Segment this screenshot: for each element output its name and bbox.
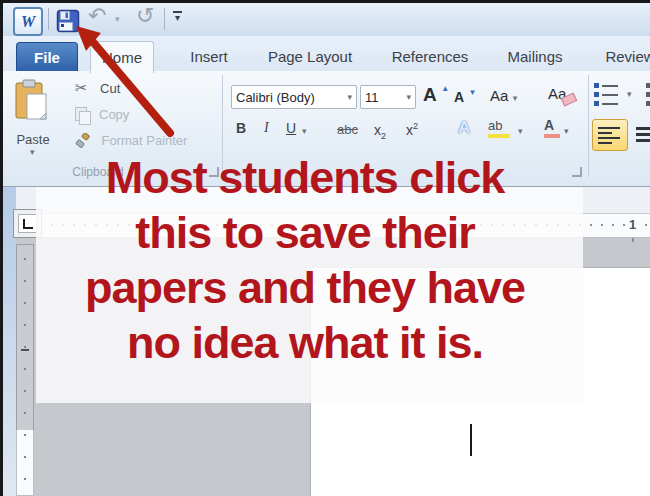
ribbon-tab-row: File Home Insert Page Layout References …: [3, 36, 650, 71]
bullets-icon: [594, 101, 618, 106]
screenshot-border: [0, 0, 3, 496]
undo-dropdown-icon[interactable]: ▾: [115, 14, 120, 24]
font-color-bar: [544, 134, 560, 138]
align-center-icon: [636, 139, 650, 142]
numbering-icon: [646, 92, 650, 97]
arrow-up-icon: ▲: [441, 84, 449, 93]
ruler-ticks: [24, 258, 26, 490]
superscript-x: x: [406, 122, 413, 138]
tab-label: Insert: [190, 48, 228, 65]
font-size-combobox[interactable]: 11 ▾: [360, 85, 416, 109]
shrink-font-button[interactable]: A ▼: [454, 88, 477, 106]
annotation-line: Most students click: [106, 152, 505, 204]
text-effects-button[interactable]: A: [458, 118, 470, 138]
ruler-dash: [21, 349, 29, 351]
tab-selector-inner: [18, 214, 37, 233]
bullets-icon: [594, 83, 618, 88]
redo-button[interactable]: ↺: [136, 5, 154, 27]
font-name-value: Calibri (Body): [236, 90, 315, 105]
tab-review[interactable]: Review: [590, 42, 650, 71]
cut-button[interactable]: ✂ Cut: [75, 79, 120, 97]
left-tab-icon: [23, 219, 33, 229]
chevron-down-icon: ▾: [30, 147, 35, 157]
tab-label: Review: [605, 48, 650, 65]
change-case-button[interactable]: Aa ▾: [490, 87, 517, 105]
align-center-button[interactable]: [636, 121, 650, 147]
numbering-button[interactable]: [646, 83, 650, 106]
chevron-down-icon[interactable]: ▾: [627, 89, 632, 99]
title-bar: W ↶ ▾ ↺ ▾: [3, 3, 650, 36]
tab-label: Mailings: [507, 48, 562, 65]
floppy-disk-icon: [56, 9, 80, 33]
copy-pages-icon: [79, 111, 91, 125]
change-case-icon: Aa: [490, 87, 508, 104]
group-divider: [588, 75, 589, 177]
tab-insert[interactable]: Insert: [176, 42, 242, 71]
format-painter-button[interactable]: Format Painter: [75, 131, 187, 149]
tab-home[interactable]: Home: [90, 41, 154, 73]
underline-button[interactable]: U: [286, 120, 296, 136]
align-center-icon: [636, 127, 650, 130]
clear-formatting-button[interactable]: Aa: [548, 85, 566, 103]
bullets-icon: [594, 92, 618, 97]
copy-label: Copy: [99, 107, 129, 122]
shrink-font-icon: A: [454, 89, 464, 105]
chevron-down-icon[interactable]: ▾: [564, 126, 569, 136]
paintbrush-icon: [75, 133, 91, 149]
align-center-icon: [636, 133, 650, 136]
clipboard-paste-icon: [14, 79, 50, 123]
tab-label: File: [34, 49, 60, 66]
strikethrough-button[interactable]: abc: [337, 122, 358, 137]
ruler-margin-tick: [632, 238, 634, 242]
superscript-2: 2: [413, 121, 418, 131]
highlight-icon: ab: [488, 119, 510, 132]
font-color-button[interactable]: A: [544, 118, 560, 138]
highlight-color-button[interactable]: ab: [488, 119, 510, 138]
undo-button[interactable]: ↶: [88, 5, 106, 27]
grow-font-button[interactable]: A ▲: [423, 84, 449, 106]
bold-button[interactable]: B: [236, 120, 246, 136]
tab-page-layout[interactable]: Page Layout: [256, 42, 364, 71]
chevron-down-icon: ▾: [513, 93, 518, 103]
superscript-button[interactable]: x2: [406, 121, 418, 139]
vertical-ruler[interactable]: [16, 244, 34, 496]
word-window: W ↶ ▾ ↺ ▾ File Home Insert: [0, 0, 650, 496]
align-left-button[interactable]: [592, 119, 628, 151]
tab-file[interactable]: File: [16, 42, 78, 72]
font-color-icon: A: [544, 118, 560, 132]
tab-references[interactable]: References: [380, 42, 480, 71]
scissors-icon: ✂: [75, 79, 88, 96]
subscript-button[interactable]: x2: [374, 121, 386, 141]
bullets-button[interactable]: [594, 83, 618, 106]
arrow-down-icon: ▼: [469, 88, 477, 97]
align-left-icon: [598, 127, 620, 129]
align-left-icon: [598, 137, 620, 139]
chevron-down-icon[interactable]: ▾: [518, 126, 523, 136]
word-logo-icon[interactable]: W: [13, 7, 43, 36]
chevron-down-icon[interactable]: ▾: [302, 126, 307, 136]
cut-label: Cut: [100, 81, 120, 96]
qat-separator: [48, 8, 49, 30]
save-button[interactable]: [56, 9, 80, 37]
highlight-color-bar: [488, 134, 510, 138]
subscript-x: x: [374, 122, 381, 138]
annotation-line: this to save their: [135, 207, 475, 259]
customize-qat-button[interactable]: ▾: [173, 11, 182, 22]
text-cursor: [470, 424, 472, 456]
paste-button[interactable]: Paste ▾: [9, 77, 57, 161]
chevron-down-icon: ▾: [347, 92, 352, 102]
font-size-value: 11: [365, 90, 379, 105]
tab-label: Page Layout: [268, 48, 352, 65]
numbering-icon: [646, 101, 650, 106]
screenshot-border: [0, 0, 650, 3]
numbering-icon: [646, 83, 650, 88]
ruler-number: 1: [626, 217, 639, 232]
tab-mailings[interactable]: Mailings: [496, 42, 574, 71]
font-name-combobox[interactable]: Calibri (Body) ▾: [231, 85, 357, 109]
chevron-down-icon: ▾: [175, 14, 180, 22]
dialog-launcher-icon[interactable]: [572, 167, 582, 177]
annotation-line: papers and they have: [85, 262, 525, 314]
copy-button[interactable]: Copy: [75, 105, 129, 123]
format-painter-label: Format Painter: [101, 133, 187, 148]
italic-button[interactable]: I: [264, 120, 269, 136]
